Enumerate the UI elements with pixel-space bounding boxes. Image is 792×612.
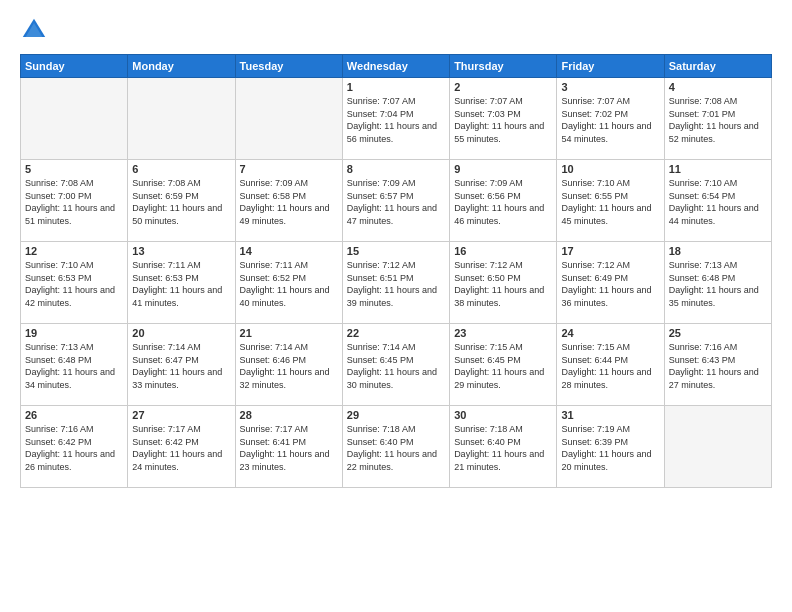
- calendar-cell: 16Sunrise: 7:12 AMSunset: 6:50 PMDayligh…: [450, 242, 557, 324]
- day-info: Sunrise: 7:08 AMSunset: 7:01 PMDaylight:…: [669, 95, 767, 145]
- calendar-cell: 1Sunrise: 7:07 AMSunset: 7:04 PMDaylight…: [342, 78, 449, 160]
- day-number: 25: [669, 327, 767, 339]
- day-number: 29: [347, 409, 445, 421]
- day-number: 18: [669, 245, 767, 257]
- day-number: 26: [25, 409, 123, 421]
- calendar-cell: 28Sunrise: 7:17 AMSunset: 6:41 PMDayligh…: [235, 406, 342, 488]
- calendar-cell: 14Sunrise: 7:11 AMSunset: 6:52 PMDayligh…: [235, 242, 342, 324]
- day-number: 24: [561, 327, 659, 339]
- day-info: Sunrise: 7:12 AMSunset: 6:51 PMDaylight:…: [347, 259, 445, 309]
- day-info: Sunrise: 7:14 AMSunset: 6:46 PMDaylight:…: [240, 341, 338, 391]
- header: [20, 16, 772, 44]
- day-number: 4: [669, 81, 767, 93]
- calendar-week-3: 12Sunrise: 7:10 AMSunset: 6:53 PMDayligh…: [21, 242, 772, 324]
- day-info: Sunrise: 7:11 AMSunset: 6:52 PMDaylight:…: [240, 259, 338, 309]
- day-info: Sunrise: 7:08 AMSunset: 7:00 PMDaylight:…: [25, 177, 123, 227]
- calendar-week-5: 26Sunrise: 7:16 AMSunset: 6:42 PMDayligh…: [21, 406, 772, 488]
- day-number: 27: [132, 409, 230, 421]
- day-of-week-wednesday: Wednesday: [342, 55, 449, 78]
- day-number: 6: [132, 163, 230, 175]
- day-number: 31: [561, 409, 659, 421]
- calendar-cell: 30Sunrise: 7:18 AMSunset: 6:40 PMDayligh…: [450, 406, 557, 488]
- day-info: Sunrise: 7:18 AMSunset: 6:40 PMDaylight:…: [347, 423, 445, 473]
- calendar-cell: 9Sunrise: 7:09 AMSunset: 6:56 PMDaylight…: [450, 160, 557, 242]
- day-info: Sunrise: 7:09 AMSunset: 6:58 PMDaylight:…: [240, 177, 338, 227]
- day-of-week-tuesday: Tuesday: [235, 55, 342, 78]
- day-number: 16: [454, 245, 552, 257]
- day-number: 15: [347, 245, 445, 257]
- day-info: Sunrise: 7:14 AMSunset: 6:45 PMDaylight:…: [347, 341, 445, 391]
- day-of-week-thursday: Thursday: [450, 55, 557, 78]
- calendar-cell: 24Sunrise: 7:15 AMSunset: 6:44 PMDayligh…: [557, 324, 664, 406]
- day-number: 30: [454, 409, 552, 421]
- day-info: Sunrise: 7:08 AMSunset: 6:59 PMDaylight:…: [132, 177, 230, 227]
- day-number: 1: [347, 81, 445, 93]
- day-info: Sunrise: 7:09 AMSunset: 6:57 PMDaylight:…: [347, 177, 445, 227]
- calendar-cell: 4Sunrise: 7:08 AMSunset: 7:01 PMDaylight…: [664, 78, 771, 160]
- day-of-week-friday: Friday: [557, 55, 664, 78]
- day-number: 23: [454, 327, 552, 339]
- day-info: Sunrise: 7:07 AMSunset: 7:02 PMDaylight:…: [561, 95, 659, 145]
- calendar-header-row: SundayMondayTuesdayWednesdayThursdayFrid…: [21, 55, 772, 78]
- day-number: 13: [132, 245, 230, 257]
- calendar-cell: 31Sunrise: 7:19 AMSunset: 6:39 PMDayligh…: [557, 406, 664, 488]
- day-number: 5: [25, 163, 123, 175]
- calendar-cell: [235, 78, 342, 160]
- calendar-cell: 10Sunrise: 7:10 AMSunset: 6:55 PMDayligh…: [557, 160, 664, 242]
- calendar-week-4: 19Sunrise: 7:13 AMSunset: 6:48 PMDayligh…: [21, 324, 772, 406]
- day-info: Sunrise: 7:07 AMSunset: 7:03 PMDaylight:…: [454, 95, 552, 145]
- calendar-cell: [128, 78, 235, 160]
- calendar-cell: 7Sunrise: 7:09 AMSunset: 6:58 PMDaylight…: [235, 160, 342, 242]
- calendar: SundayMondayTuesdayWednesdayThursdayFrid…: [20, 54, 772, 488]
- day-info: Sunrise: 7:16 AMSunset: 6:43 PMDaylight:…: [669, 341, 767, 391]
- day-number: 3: [561, 81, 659, 93]
- day-info: Sunrise: 7:13 AMSunset: 6:48 PMDaylight:…: [25, 341, 123, 391]
- page: SundayMondayTuesdayWednesdayThursdayFrid…: [0, 0, 792, 612]
- logo-icon: [20, 16, 48, 44]
- day-info: Sunrise: 7:10 AMSunset: 6:54 PMDaylight:…: [669, 177, 767, 227]
- day-number: 28: [240, 409, 338, 421]
- day-number: 9: [454, 163, 552, 175]
- day-of-week-sunday: Sunday: [21, 55, 128, 78]
- day-info: Sunrise: 7:17 AMSunset: 6:41 PMDaylight:…: [240, 423, 338, 473]
- calendar-cell: 18Sunrise: 7:13 AMSunset: 6:48 PMDayligh…: [664, 242, 771, 324]
- day-number: 21: [240, 327, 338, 339]
- calendar-cell: 26Sunrise: 7:16 AMSunset: 6:42 PMDayligh…: [21, 406, 128, 488]
- calendar-cell: 5Sunrise: 7:08 AMSunset: 7:00 PMDaylight…: [21, 160, 128, 242]
- day-number: 17: [561, 245, 659, 257]
- calendar-week-1: 1Sunrise: 7:07 AMSunset: 7:04 PMDaylight…: [21, 78, 772, 160]
- day-number: 7: [240, 163, 338, 175]
- day-info: Sunrise: 7:17 AMSunset: 6:42 PMDaylight:…: [132, 423, 230, 473]
- day-info: Sunrise: 7:14 AMSunset: 6:47 PMDaylight:…: [132, 341, 230, 391]
- day-number: 14: [240, 245, 338, 257]
- calendar-cell: 11Sunrise: 7:10 AMSunset: 6:54 PMDayligh…: [664, 160, 771, 242]
- day-info: Sunrise: 7:15 AMSunset: 6:44 PMDaylight:…: [561, 341, 659, 391]
- calendar-cell: 8Sunrise: 7:09 AMSunset: 6:57 PMDaylight…: [342, 160, 449, 242]
- day-number: 10: [561, 163, 659, 175]
- calendar-cell: 21Sunrise: 7:14 AMSunset: 6:46 PMDayligh…: [235, 324, 342, 406]
- calendar-cell: 17Sunrise: 7:12 AMSunset: 6:49 PMDayligh…: [557, 242, 664, 324]
- calendar-cell: 23Sunrise: 7:15 AMSunset: 6:45 PMDayligh…: [450, 324, 557, 406]
- calendar-cell: 25Sunrise: 7:16 AMSunset: 6:43 PMDayligh…: [664, 324, 771, 406]
- calendar-week-2: 5Sunrise: 7:08 AMSunset: 7:00 PMDaylight…: [21, 160, 772, 242]
- calendar-cell: 29Sunrise: 7:18 AMSunset: 6:40 PMDayligh…: [342, 406, 449, 488]
- day-info: Sunrise: 7:13 AMSunset: 6:48 PMDaylight:…: [669, 259, 767, 309]
- day-info: Sunrise: 7:10 AMSunset: 6:55 PMDaylight:…: [561, 177, 659, 227]
- calendar-cell: 15Sunrise: 7:12 AMSunset: 6:51 PMDayligh…: [342, 242, 449, 324]
- calendar-cell: 19Sunrise: 7:13 AMSunset: 6:48 PMDayligh…: [21, 324, 128, 406]
- day-number: 22: [347, 327, 445, 339]
- day-number: 12: [25, 245, 123, 257]
- calendar-cell: 12Sunrise: 7:10 AMSunset: 6:53 PMDayligh…: [21, 242, 128, 324]
- day-info: Sunrise: 7:09 AMSunset: 6:56 PMDaylight:…: [454, 177, 552, 227]
- day-info: Sunrise: 7:19 AMSunset: 6:39 PMDaylight:…: [561, 423, 659, 473]
- day-info: Sunrise: 7:11 AMSunset: 6:53 PMDaylight:…: [132, 259, 230, 309]
- day-number: 11: [669, 163, 767, 175]
- calendar-cell: [664, 406, 771, 488]
- day-info: Sunrise: 7:15 AMSunset: 6:45 PMDaylight:…: [454, 341, 552, 391]
- day-info: Sunrise: 7:10 AMSunset: 6:53 PMDaylight:…: [25, 259, 123, 309]
- calendar-cell: 13Sunrise: 7:11 AMSunset: 6:53 PMDayligh…: [128, 242, 235, 324]
- day-number: 19: [25, 327, 123, 339]
- calendar-cell: [21, 78, 128, 160]
- day-number: 20: [132, 327, 230, 339]
- calendar-cell: 20Sunrise: 7:14 AMSunset: 6:47 PMDayligh…: [128, 324, 235, 406]
